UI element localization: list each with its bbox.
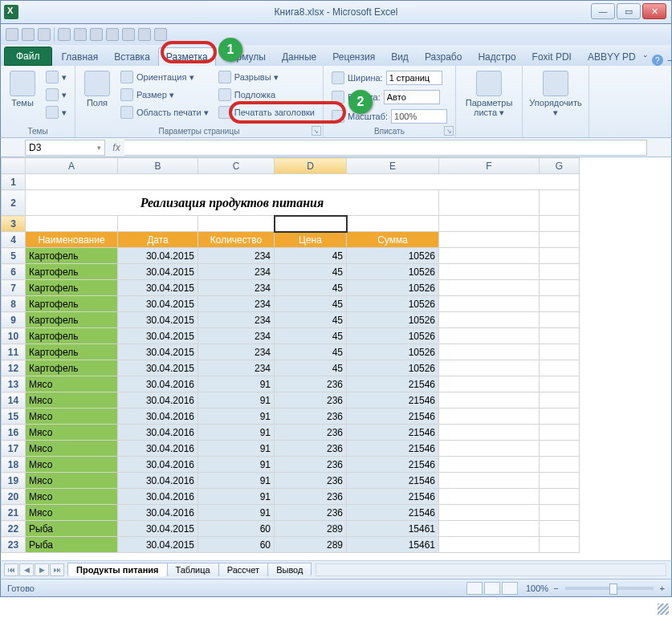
view-page-layout-button[interactable] (484, 582, 500, 595)
table-row[interactable]: 21Мясо30.04.20169123621546 (2, 505, 580, 521)
cell-price[interactable]: 236 (275, 473, 347, 489)
tab-data[interactable]: Данные (274, 47, 324, 66)
row-header[interactable]: 14 (2, 392, 26, 409)
cell-price[interactable]: 236 (275, 505, 347, 521)
margins-button[interactable]: Поля (80, 69, 114, 109)
cell-date[interactable]: 30.04.2015 (118, 248, 198, 264)
print-titles-button[interactable]: Печатать заголовки (215, 104, 318, 120)
orientation-button[interactable]: Ориентация ▾ (117, 69, 212, 85)
cell-name[interactable]: Картофель (26, 328, 118, 344)
table-row[interactable]: 18Мясо30.04.20169123621546 (2, 457, 580, 473)
table-header[interactable]: Наименование (26, 232, 118, 248)
tab-insert[interactable]: Вставка (106, 47, 158, 66)
row-header[interactable]: 7 (2, 280, 26, 296)
cell-sum[interactable]: 10526 (347, 344, 439, 360)
cell-sum[interactable]: 21546 (347, 457, 439, 473)
cell-sum[interactable]: 10526 (347, 264, 439, 280)
arrange-button[interactable]: Упорядочить ▾ (527, 69, 584, 120)
cell-qty[interactable]: 234 (198, 248, 275, 264)
table-header[interactable]: Сумма (347, 232, 439, 248)
view-normal-button[interactable] (466, 582, 483, 595)
table-row[interactable]: 7Картофель30.04.20152344510526 (2, 280, 580, 296)
cell-sum[interactable]: 21546 (347, 425, 439, 441)
cell-date[interactable]: 30.04.2015 (118, 264, 198, 280)
zoom-in-button[interactable]: + (660, 583, 665, 593)
help-icon[interactable]: ? (652, 55, 663, 66)
row-header[interactable]: 6 (2, 264, 26, 280)
excel-app-icon[interactable] (4, 5, 18, 19)
cell-qty[interactable]: 91 (198, 473, 275, 489)
table-row[interactable]: 6Картофель30.04.20152344510526 (2, 264, 580, 280)
cell-price[interactable]: 45 (275, 344, 347, 360)
cell-sum[interactable]: 10526 (347, 296, 439, 312)
theme-effects-button[interactable]: ▾ (43, 104, 70, 120)
cell-date[interactable]: 30.04.2016 (118, 376, 198, 392)
col-header[interactable]: C (198, 158, 275, 174)
row-header[interactable]: 16 (2, 425, 26, 441)
cell-date[interactable]: 30.04.2015 (118, 328, 198, 344)
cell-sum[interactable]: 21546 (347, 441, 439, 457)
cell-price[interactable]: 289 (275, 521, 347, 537)
table-row[interactable]: 23Рыба30.04.20156028915461 (2, 537, 580, 553)
qat-item-icon[interactable] (90, 28, 103, 41)
name-box[interactable]: D3 ▾ (25, 140, 105, 156)
undo-icon[interactable] (22, 28, 35, 41)
close-button[interactable]: ✕ (642, 3, 666, 19)
cell-date[interactable]: 30.04.2016 (118, 489, 198, 505)
fx-icon[interactable]: fx (108, 142, 124, 153)
cell-sum[interactable]: 21546 (347, 489, 439, 505)
cell-qty[interactable]: 91 (198, 441, 275, 457)
cell-qty[interactable]: 234 (198, 360, 275, 376)
cell-date[interactable]: 30.04.2015 (118, 344, 198, 360)
col-header[interactable]: G (540, 158, 580, 174)
fit-width-input[interactable] (386, 71, 442, 85)
cell-price[interactable]: 45 (275, 280, 347, 296)
doc-min-icon[interactable]: — (668, 55, 672, 66)
cell-qty[interactable]: 234 (198, 264, 275, 280)
cell-price[interactable]: 236 (275, 457, 347, 473)
select-all-corner[interactable] (2, 158, 26, 174)
cell-name[interactable]: Мясо (26, 392, 118, 409)
cell-sum[interactable]: 21546 (347, 409, 439, 425)
table-row[interactable]: 11Картофель30.04.20152344510526 (2, 344, 580, 360)
cell-qty[interactable]: 91 (198, 376, 275, 392)
row-1[interactable]: 1 (2, 174, 580, 190)
cell-date[interactable]: 30.04.2016 (118, 505, 198, 521)
qat-item-icon[interactable] (58, 28, 71, 41)
row-header[interactable]: 15 (2, 409, 26, 425)
zoom-value[interactable]: 100% (526, 583, 548, 593)
table-row[interactable]: 22Рыба30.04.20156028915461 (2, 521, 580, 537)
tab-file[interactable]: Файл (4, 47, 52, 66)
cell-sum[interactable]: 10526 (347, 248, 439, 264)
cell-sum[interactable]: 10526 (347, 280, 439, 296)
sheet-nav-last[interactable]: ⏭ (50, 563, 64, 576)
resize-grip-icon[interactable] (658, 604, 669, 615)
cell-name[interactable]: Мясо (26, 441, 118, 457)
row-2[interactable]: 2Реализация продуктов питания (2, 190, 580, 216)
table-header[interactable]: Количество (198, 232, 275, 248)
cell-qty[interactable]: 91 (198, 392, 275, 409)
table-row[interactable]: 10Картофель30.04.20152344510526 (2, 328, 580, 344)
scale-dialog-launcher[interactable]: ↘ (444, 126, 454, 136)
cell-price[interactable]: 236 (275, 409, 347, 425)
cell-date[interactable]: 30.04.2015 (118, 537, 198, 553)
cell-price[interactable]: 236 (275, 392, 347, 409)
active-cell[interactable] (275, 216, 347, 232)
sheet-nav-next[interactable]: ▶ (35, 563, 49, 576)
theme-colors-button[interactable]: ▾ (43, 69, 70, 85)
tab-view[interactable]: Вид (383, 47, 417, 66)
row-header[interactable]: 23 (2, 537, 26, 553)
cell-sum[interactable]: 10526 (347, 312, 439, 328)
cell-qty[interactable]: 91 (198, 457, 275, 473)
qat-item-icon[interactable] (74, 28, 87, 41)
size-button[interactable]: Размер ▾ (117, 87, 212, 103)
tab-addins[interactable]: Надстро (470, 47, 523, 66)
cell-qty[interactable]: 234 (198, 344, 275, 360)
cell-name[interactable]: Картофель (26, 264, 118, 280)
cell-sum[interactable]: 10526 (347, 328, 439, 344)
cell-sum[interactable]: 21546 (347, 392, 439, 409)
cell-name[interactable]: Картофель (26, 312, 118, 328)
table-row[interactable]: 13Мясо30.04.20169123621546 (2, 376, 580, 392)
cell-name[interactable]: Рыба (26, 537, 118, 553)
row-header[interactable]: 9 (2, 312, 26, 328)
